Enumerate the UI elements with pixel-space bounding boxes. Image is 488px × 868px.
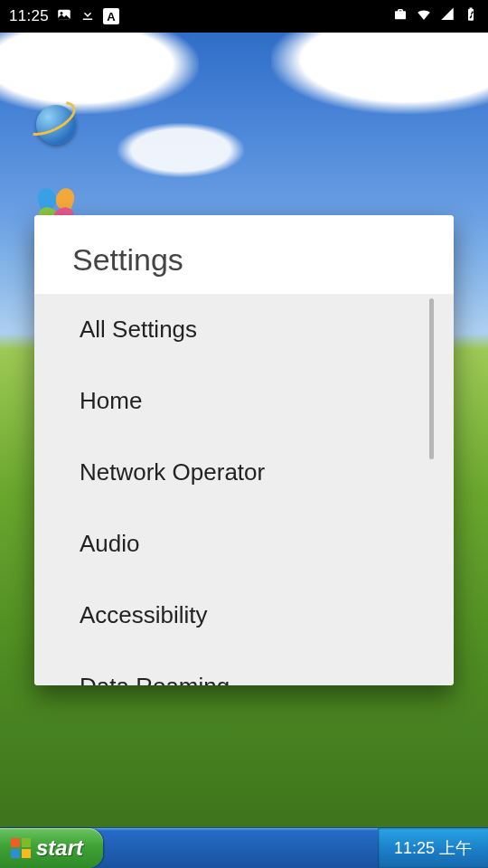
svg-point-1 [61, 12, 63, 14]
settings-item-all-settings[interactable]: All Settings [34, 294, 454, 365]
download-icon [80, 6, 96, 27]
tray-clock: 11:25 上午 [394, 837, 472, 859]
cloud-decoration [271, 33, 488, 114]
battery-icon [463, 6, 479, 27]
cell-signal-icon [439, 6, 455, 27]
settings-item-accessibility[interactable]: Accessibility [34, 580, 454, 651]
start-label: start [36, 835, 83, 861]
settings-item-data-roaming[interactable]: Data Roaming [34, 651, 454, 685]
system-tray[interactable]: 11:25 上午 [378, 828, 488, 868]
status-clock: 11:25 [9, 7, 49, 25]
start-button[interactable]: start [0, 828, 103, 868]
internet-explorer-icon[interactable] [27, 96, 85, 154]
android-status-bar: 11:25 A [0, 0, 488, 33]
windows-logo-icon [11, 838, 31, 858]
app-badge-icon: A [103, 8, 119, 24]
wifi-icon [416, 6, 432, 27]
xp-taskbar: start 11:25 上午 [0, 827, 488, 868]
settings-item-home[interactable]: Home [34, 365, 454, 437]
status-left: 11:25 A [9, 6, 119, 27]
settings-item-audio[interactable]: Audio [34, 508, 454, 580]
cloud-decoration [117, 123, 244, 177]
scrollbar-thumb[interactable] [429, 298, 434, 459]
briefcase-icon [392, 6, 408, 27]
settings-list[interactable]: All Settings Home Network Operator Audio… [34, 294, 454, 685]
status-right [392, 6, 479, 27]
photo-icon [56, 6, 72, 27]
settings-item-network-operator[interactable]: Network Operator [34, 437, 454, 508]
settings-dialog: Settings All Settings Home Network Opera… [34, 215, 454, 685]
dialog-title: Settings [34, 215, 454, 294]
